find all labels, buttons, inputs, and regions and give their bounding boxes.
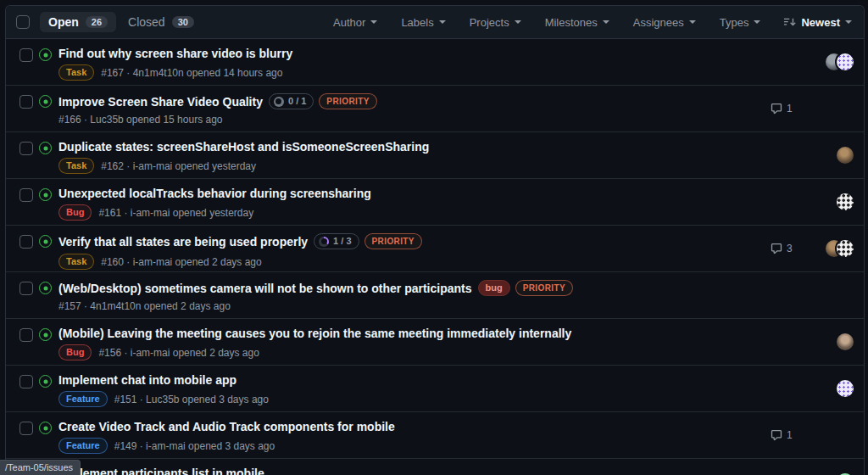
- label-badge-bug[interactable]: bug: [478, 280, 510, 296]
- issue-checkbox[interactable]: [19, 375, 33, 388]
- issue-checkbox[interactable]: [19, 422, 33, 435]
- issue-row-right: 1: [771, 429, 854, 441]
- issue-meta: #156 · i-am-mai opened 2 days ago: [98, 347, 259, 359]
- label-badge-feature[interactable]: Feature: [58, 391, 108, 407]
- avatar[interactable]: [837, 333, 854, 350]
- avatar-stack: [815, 193, 854, 210]
- tasklist-progress-pill[interactable]: 1 / 3: [314, 233, 359, 249]
- meta-label-slot: Feature: [58, 391, 108, 407]
- label-badge-bug[interactable]: Bug: [58, 344, 92, 360]
- issues-list-header: Open 26 Closed 30 Author Labels Projects…: [6, 6, 864, 39]
- label-badge-task[interactable]: Task: [58, 64, 94, 81]
- comment-icon: [771, 429, 782, 441]
- filter-dropdown-labels[interactable]: Labels: [401, 16, 445, 29]
- filter-dropdown-projects[interactable]: Projects: [470, 16, 521, 29]
- issue-checkbox[interactable]: [19, 282, 33, 295]
- comment-count[interactable]: 1: [771, 103, 815, 115]
- issue-main: (Mobile) Leaving the meeting causes you …: [58, 319, 754, 360]
- issue-title-link[interactable]: (Web/Desktop) sometimes camera will not …: [58, 282, 472, 295]
- filter-dropdown-milestones[interactable]: Milestones: [545, 16, 609, 29]
- avatar-stack: [815, 53, 854, 70]
- avatar[interactable]: [837, 147, 854, 164]
- issue-main: Implement chat into mobile app Feature #…: [58, 366, 754, 407]
- filter-dropdown-assignees[interactable]: Assignees: [633, 16, 696, 29]
- issue-row-right: 3: [771, 240, 854, 257]
- label-badge-priority[interactable]: PRIORITY: [515, 280, 573, 296]
- issue-meta: #160 · i-am-mai opened 2 days ago: [101, 256, 261, 268]
- issue-title-line: Unexpected localTracks behavior during s…: [58, 187, 754, 200]
- sort-label: Newest: [801, 16, 840, 29]
- issue-main: Implement participants list in mobile: [58, 459, 754, 475]
- tasklist-progress-pill[interactable]: 0 / 1: [269, 93, 314, 109]
- title-pills: 1 / 3PRIORITY: [314, 233, 422, 249]
- issue-row: Duplicate states: screenShareHost and is…: [6, 132, 864, 179]
- open-issue-icon: [39, 188, 52, 201]
- sort-dropdown[interactable]: Newest: [784, 16, 852, 29]
- issue-meta-line: Feature #149 · i-am-mai opened 3 days ag…: [58, 438, 754, 454]
- label-badge-task[interactable]: Task: [58, 254, 94, 270]
- issues-list: Find out why screen share video is blurr…: [6, 39, 864, 475]
- label-badge-bug[interactable]: Bug: [58, 204, 92, 221]
- issue-row: (Mobile) Leaving the meeting causes you …: [6, 319, 864, 366]
- label-badge-priority[interactable]: PRIORITY: [364, 233, 422, 249]
- issue-title-line: Implement participants list in mobile: [58, 467, 754, 475]
- label-badge-feature[interactable]: Feature: [58, 438, 108, 454]
- issue-title-link[interactable]: Verify that all states are being used pr…: [58, 235, 308, 249]
- comment-count[interactable]: 3: [771, 243, 815, 254]
- issue-title-link[interactable]: Create Video Track and Audio Track compo…: [58, 420, 395, 433]
- open-issue-icon: [39, 375, 52, 388]
- issue-checkbox[interactable]: [19, 188, 33, 202]
- issue-main: Find out why screen share video is blurr…: [58, 39, 754, 81]
- chevron-down-icon: [370, 20, 377, 24]
- meta-label-slot: Bug: [58, 344, 92, 360]
- issue-checkbox[interactable]: [19, 142, 33, 155]
- issue-checkbox[interactable]: [19, 328, 33, 342]
- issue-meta: #149 · i-am-mai opened 3 days ago: [114, 440, 275, 452]
- avatar[interactable]: [837, 240, 854, 257]
- issue-title-link[interactable]: Implement chat into mobile app: [58, 373, 236, 387]
- open-issue-icon: [39, 235, 52, 248]
- comment-count-number: 1: [787, 103, 793, 115]
- label-badge-task[interactable]: Task: [58, 158, 94, 174]
- avatar[interactable]: [837, 380, 854, 397]
- open-issue-icon: [39, 422, 52, 434]
- issue-meta-line: Task #167 · 4n1m4t10n opened 14 hours ag…: [58, 64, 754, 81]
- avatar[interactable]: [837, 53, 854, 70]
- meta-label-slot: Task: [58, 64, 94, 81]
- issue-meta-line: Task #160 · i-am-mai opened 2 days ago: [58, 254, 754, 270]
- issue-title-link[interactable]: Duplicate states: screenShareHost and is…: [58, 140, 429, 154]
- filter-label: Author: [333, 16, 365, 29]
- label-badge-priority[interactable]: PRIORITY: [319, 93, 376, 109]
- issue-title-link[interactable]: Implement participants list in mobile: [58, 467, 264, 475]
- issue-title-line: Implement chat into mobile app: [58, 373, 754, 387]
- open-issue-icon: [39, 95, 52, 108]
- avatar-stack: [815, 147, 854, 164]
- issue-checkbox[interactable]: [19, 48, 33, 62]
- issue-title-link[interactable]: Improve Screen Share Video Quality: [58, 95, 263, 109]
- tab-closed[interactable]: Closed 30: [128, 15, 194, 29]
- avatar[interactable]: [837, 193, 854, 210]
- issue-meta: #162 · i-am-mai opened yesterday: [101, 160, 256, 172]
- issue-row-right: [771, 333, 854, 350]
- select-all-checkbox[interactable]: [16, 15, 30, 29]
- tasklist-progress-pie: [274, 97, 284, 107]
- issue-checkbox[interactable]: [19, 235, 33, 249]
- tab-open[interactable]: Open 26: [40, 12, 116, 32]
- filter-dropdown-types[interactable]: Types: [720, 16, 761, 29]
- issue-meta: #157 · 4n1m4t10n opened 2 days ago: [58, 300, 231, 312]
- comment-count[interactable]: 1: [771, 429, 815, 441]
- issue-row: Implement chat into mobile app Feature #…: [6, 366, 864, 412]
- issue-title-line: Create Video Track and Audio Track compo…: [58, 420, 754, 433]
- chevron-down-icon: [845, 20, 852, 24]
- issue-row-right: [771, 193, 854, 210]
- issue-title-link[interactable]: (Mobile) Leaving the meeting causes you …: [58, 327, 571, 340]
- issue-title-link[interactable]: Unexpected localTracks behavior during s…: [58, 187, 371, 200]
- issue-checkbox[interactable]: [19, 95, 33, 109]
- closed-tab-label: Closed: [128, 15, 165, 29]
- issue-title-link[interactable]: Find out why screen share video is blurr…: [58, 47, 292, 60]
- chevron-down-icon: [603, 20, 609, 24]
- issue-row-right: [771, 289, 854, 301]
- meta-label-slot: Feature: [58, 438, 108, 454]
- filter-dropdown-author[interactable]: Author: [333, 16, 377, 29]
- issue-meta-line: #166 · Luc35b opened 15 hours ago: [58, 114, 754, 126]
